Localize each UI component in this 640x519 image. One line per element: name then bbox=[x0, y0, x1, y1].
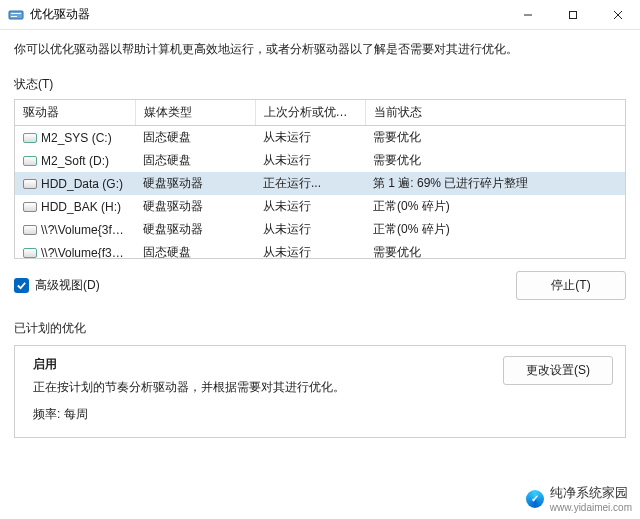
minimize-button[interactable] bbox=[505, 0, 550, 30]
col-media[interactable]: 媒体类型 bbox=[135, 100, 255, 126]
scheduled-panel: 启用 正在按计划的节奏分析驱动器，并根据需要对其进行优化。 频率: 每周 更改设… bbox=[14, 345, 626, 438]
svg-rect-4 bbox=[569, 11, 576, 18]
current-state: 正常(0% 碎片) bbox=[365, 195, 625, 218]
status-label: 状态(T) bbox=[14, 76, 626, 93]
drive-icon bbox=[23, 225, 37, 235]
current-state: 需要优化 bbox=[365, 241, 625, 259]
last-run: 从未运行 bbox=[255, 195, 365, 218]
titlebar: 优化驱动器 bbox=[0, 0, 640, 30]
drive-name: \\?\Volume{3f4c1... bbox=[41, 223, 135, 237]
watermark: ✓ 纯净系统家园 www.yidaimei.com bbox=[526, 484, 632, 513]
window-title: 优化驱动器 bbox=[30, 6, 90, 23]
table-row[interactable]: \\?\Volume{3f4c1...硬盘驱动器从未运行正常(0% 碎片) bbox=[15, 218, 625, 241]
drive-name: M2_Soft (D:) bbox=[41, 154, 109, 168]
change-settings-button[interactable]: 更改设置(S) bbox=[503, 356, 613, 385]
last-run: 从未运行 bbox=[255, 218, 365, 241]
close-button[interactable] bbox=[595, 0, 640, 30]
drive-icon bbox=[23, 156, 37, 166]
svg-rect-1 bbox=[11, 13, 21, 14]
stop-button[interactable]: 停止(T) bbox=[516, 271, 626, 300]
table-row[interactable]: \\?\Volume{f3b7f...固态硬盘从未运行需要优化 bbox=[15, 241, 625, 259]
plan-freq-label: 频率: bbox=[33, 407, 60, 421]
plan-description: 正在按计划的节奏分析驱动器，并根据需要对其进行优化。 bbox=[33, 379, 503, 396]
col-last[interactable]: 上次分析或优化的... bbox=[255, 100, 365, 126]
table-header-row: 驱动器 媒体类型 上次分析或优化的... 当前状态 bbox=[15, 100, 625, 126]
table-row[interactable]: HDD_Data (G:)硬盘驱动器正在运行...第 1 遍: 69% 已进行碎… bbox=[15, 172, 625, 195]
scheduled-section-label: 已计划的优化 bbox=[14, 320, 626, 337]
col-drive[interactable]: 驱动器 bbox=[15, 100, 135, 126]
plan-frequency: 频率: 每周 bbox=[33, 406, 503, 423]
current-state: 需要优化 bbox=[365, 126, 625, 150]
app-icon bbox=[8, 7, 24, 23]
drive-name: HDD_Data (G:) bbox=[41, 177, 123, 191]
svg-rect-0 bbox=[9, 11, 23, 19]
last-run: 从未运行 bbox=[255, 149, 365, 172]
maximize-button[interactable] bbox=[550, 0, 595, 30]
drive-name: M2_SYS (C:) bbox=[41, 131, 112, 145]
svg-rect-2 bbox=[11, 16, 17, 17]
watermark-brand: 纯净系统家园 bbox=[550, 484, 632, 502]
drive-name: HDD_BAK (H:) bbox=[41, 200, 121, 214]
media-type: 固态硬盘 bbox=[135, 149, 255, 172]
last-run: 正在运行... bbox=[255, 172, 365, 195]
drive-icon bbox=[23, 133, 37, 143]
drive-name: \\?\Volume{f3b7f... bbox=[41, 246, 135, 260]
last-run: 从未运行 bbox=[255, 241, 365, 259]
current-state: 第 1 遍: 69% 已进行碎片整理 bbox=[365, 172, 625, 195]
watermark-logo-icon: ✓ bbox=[526, 490, 544, 508]
media-type: 硬盘驱动器 bbox=[135, 218, 255, 241]
table-row[interactable]: M2_Soft (D:)固态硬盘从未运行需要优化 bbox=[15, 149, 625, 172]
media-type: 固态硬盘 bbox=[135, 241, 255, 259]
table-row[interactable]: M2_SYS (C:)固态硬盘从未运行需要优化 bbox=[15, 126, 625, 150]
current-state: 正常(0% 碎片) bbox=[365, 218, 625, 241]
plan-freq-value: 每周 bbox=[64, 407, 88, 421]
plan-enabled-title: 启用 bbox=[33, 356, 503, 373]
col-state[interactable]: 当前状态 bbox=[365, 100, 625, 126]
drive-icon bbox=[23, 248, 37, 258]
intro-text: 你可以优化驱动器以帮助计算机更高效地运行，或者分析驱动器以了解是否需要对其进行优… bbox=[14, 40, 626, 58]
table-row[interactable]: HDD_BAK (H:)硬盘驱动器从未运行正常(0% 碎片) bbox=[15, 195, 625, 218]
drive-icon bbox=[23, 202, 37, 212]
media-type: 硬盘驱动器 bbox=[135, 195, 255, 218]
media-type: 固态硬盘 bbox=[135, 126, 255, 150]
current-state: 需要优化 bbox=[365, 149, 625, 172]
drive-table: 驱动器 媒体类型 上次分析或优化的... 当前状态 M2_SYS (C:)固态硬… bbox=[14, 99, 626, 259]
last-run: 从未运行 bbox=[255, 126, 365, 150]
drive-icon bbox=[23, 179, 37, 189]
advanced-view-label: 高级视图(D) bbox=[35, 277, 100, 294]
watermark-url: www.yidaimei.com bbox=[550, 502, 632, 513]
advanced-view-checkbox[interactable] bbox=[14, 278, 29, 293]
media-type: 硬盘驱动器 bbox=[135, 172, 255, 195]
